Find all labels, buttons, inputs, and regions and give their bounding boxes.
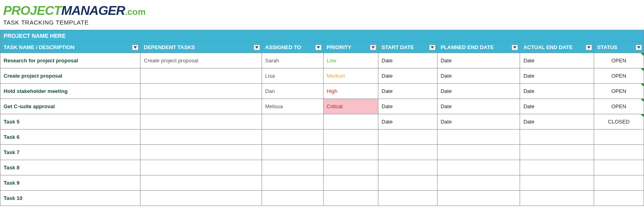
filter-dropdown-icon[interactable]	[370, 45, 376, 50]
cell-dependent-tasks[interactable]	[140, 191, 262, 206]
cell-start-date[interactable]: Date	[378, 68, 438, 84]
cell-start-date[interactable]: Date	[378, 84, 438, 99]
cell-start-date[interactable]: Date	[378, 53, 438, 68]
cell-priority[interactable]: Medium	[323, 68, 378, 84]
cell-start-date[interactable]	[378, 175, 438, 191]
cell-status[interactable]	[594, 175, 644, 191]
logo: PROJECTMANAGER.com	[3, 3, 641, 18]
cell-task-name[interactable]: Task 8	[0, 160, 140, 175]
filter-dropdown-icon[interactable]	[429, 45, 436, 50]
column-header-task-name[interactable]: TASK NAME / DESCRIPTION	[0, 42, 140, 53]
cell-start-date[interactable]	[378, 145, 438, 160]
cell-start-date[interactable]: Date	[378, 99, 438, 114]
cell-dependent-tasks[interactable]	[140, 84, 262, 99]
cell-dependent-tasks[interactable]	[140, 114, 262, 130]
cell-dependent-tasks[interactable]: Create project proposal	[140, 53, 262, 68]
filter-dropdown-icon[interactable]	[636, 45, 642, 50]
cell-planned-end-date[interactable]	[437, 145, 520, 160]
cell-planned-end-date[interactable]	[437, 130, 520, 145]
cell-priority[interactable]	[323, 114, 378, 130]
cell-status[interactable]	[594, 130, 644, 145]
cell-dependent-tasks[interactable]	[140, 145, 262, 160]
column-header-actual-end-date[interactable]: ACTUAL END DATE	[520, 42, 594, 53]
column-header-priority[interactable]: PRIORITY	[323, 42, 378, 53]
cell-dependent-tasks[interactable]	[140, 130, 262, 145]
cell-start-date[interactable]	[378, 130, 438, 145]
column-header-start-date[interactable]: START DATE	[378, 42, 438, 53]
filter-dropdown-icon[interactable]	[132, 45, 138, 50]
cell-task-name[interactable]: Create project proposal	[0, 68, 140, 84]
cell-priority[interactable]: High	[323, 84, 378, 99]
cell-assigned-to[interactable]	[262, 130, 323, 145]
cell-assigned-to[interactable]	[262, 191, 323, 206]
cell-task-name[interactable]: Task 6	[0, 130, 140, 145]
cell-start-date[interactable]	[378, 191, 438, 206]
cell-assigned-to[interactable]: Sarah	[262, 53, 323, 68]
cell-status[interactable]: OPEN	[594, 99, 644, 114]
cell-status[interactable]	[594, 160, 644, 175]
cell-task-name[interactable]: Hold stakeholder meeting	[0, 84, 140, 99]
cell-task-name[interactable]: Task 7	[0, 145, 140, 160]
cell-dependent-tasks[interactable]	[140, 160, 262, 175]
cell-task-name[interactable]: Task 9	[0, 175, 140, 191]
cell-task-name[interactable]: Research for project proposal	[0, 53, 140, 68]
cell-status[interactable]: OPEN	[594, 84, 644, 99]
cell-start-date[interactable]	[378, 160, 438, 175]
svg-marker-6	[587, 46, 590, 49]
cell-actual-end-date[interactable]	[520, 160, 594, 175]
cell-assigned-to[interactable]	[262, 160, 323, 175]
cell-priority[interactable]	[323, 191, 378, 206]
column-header-assigned-to[interactable]: ASSIGNED TO	[262, 42, 323, 53]
cell-assigned-to[interactable]: Lisa	[262, 68, 323, 84]
cell-actual-end-date[interactable]: Date	[520, 53, 594, 68]
cell-assigned-to[interactable]	[262, 114, 323, 130]
cell-actual-end-date[interactable]	[520, 175, 594, 191]
filter-dropdown-icon[interactable]	[315, 45, 322, 50]
cell-priority[interactable]: Critical	[323, 99, 378, 114]
cell-priority[interactable]	[323, 160, 378, 175]
cell-assigned-to[interactable]	[262, 175, 323, 191]
cell-task-name[interactable]: Task 5	[0, 114, 140, 130]
cell-planned-end-date[interactable]: Date	[437, 114, 520, 130]
cell-status[interactable]: OPEN	[594, 68, 644, 84]
cell-actual-end-date[interactable]: Date	[520, 84, 594, 99]
cell-status[interactable]: CLOSED	[594, 114, 644, 130]
cell-assigned-to[interactable]: Melissa	[262, 99, 323, 114]
filter-dropdown-icon[interactable]	[254, 45, 260, 50]
cell-actual-end-date[interactable]	[520, 145, 594, 160]
filter-dropdown-icon[interactable]	[586, 45, 592, 50]
cell-priority[interactable]	[323, 145, 378, 160]
cell-dependent-tasks[interactable]	[140, 99, 262, 114]
cell-planned-end-date[interactable]: Date	[437, 53, 520, 68]
cell-assigned-to[interactable]	[262, 145, 323, 160]
cell-status[interactable]: OPEN	[594, 53, 644, 68]
column-header-dependent-tasks[interactable]: DEPENDENT TASKS	[140, 42, 262, 53]
filter-dropdown-icon[interactable]	[512, 45, 518, 50]
cell-dependent-tasks[interactable]	[140, 175, 262, 191]
cell-assigned-to[interactable]: Dan	[262, 84, 323, 99]
cell-dependent-tasks[interactable]	[140, 68, 262, 84]
cell-priority[interactable]	[323, 130, 378, 145]
cell-status[interactable]	[594, 191, 644, 206]
project-name-cell[interactable]: PROJECT NAME HERE	[0, 30, 644, 41]
cell-task-name[interactable]: Get C-suite approval	[0, 99, 140, 114]
cell-task-name[interactable]: Task 10	[0, 191, 140, 206]
cell-start-date[interactable]: Date	[378, 114, 438, 130]
cell-planned-end-date[interactable]	[437, 160, 520, 175]
column-header-planned-end-date[interactable]: PLANNED END DATE	[437, 42, 520, 53]
cell-planned-end-date[interactable]	[437, 175, 520, 191]
cell-planned-end-date[interactable]: Date	[437, 99, 520, 114]
cell-priority[interactable]: Low	[323, 53, 378, 68]
cell-actual-end-date[interactable]: Date	[520, 99, 594, 114]
cell-status[interactable]	[594, 145, 644, 160]
cell-actual-end-date[interactable]	[520, 191, 594, 206]
cell-planned-end-date[interactable]: Date	[437, 84, 520, 99]
cell-actual-end-date[interactable]: Date	[520, 114, 594, 130]
cell-planned-end-date[interactable]: Date	[437, 68, 520, 84]
cell-priority[interactable]	[323, 175, 378, 191]
comment-indicator-icon	[641, 53, 644, 56]
cell-planned-end-date[interactable]	[437, 191, 520, 206]
cell-actual-end-date[interactable]: Date	[520, 68, 594, 84]
column-header-status[interactable]: STATUS	[594, 42, 644, 53]
cell-actual-end-date[interactable]	[520, 130, 594, 145]
